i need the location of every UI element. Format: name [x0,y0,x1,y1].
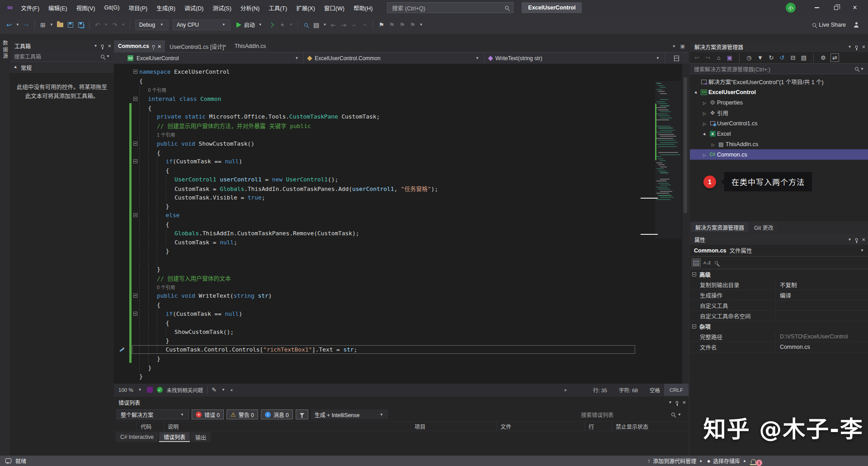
chevron-down-icon[interactable]: ▼ [15,23,20,27]
property-row-4[interactable]: 自定义工具命名空间 [690,311,868,321]
code-line-19[interactable]: Globals.ThisAddIn.CustomTaskPanes.Remove… [114,228,689,238]
code-line-3[interactable]: 0 个引用 [114,86,689,95]
solution-explorer-sync-icon[interactable]: ▤ [312,19,321,30]
menu-item-5[interactable]: 生成(B) [152,0,180,15]
code-line-29[interactable]: { [114,318,689,327]
refresh-icon[interactable]: ↻ [768,54,775,61]
code-line-11[interactable]: if(CustomTask == null) [114,157,689,166]
hot-reload-icon[interactable]: ✦ [278,19,287,30]
sync-with-active-document-icon[interactable]: ↺ [778,54,786,61]
collapse-all-icon[interactable]: ⊟ [789,54,797,61]
column-indicator[interactable]: 字符: 68 [619,386,638,394]
tree-item-5[interactable]: ▼XExcel [690,128,868,139]
chevron-down-icon[interactable]: ▼ [848,45,851,49]
categorized-icon[interactable] [693,260,699,266]
quick-search-box[interactable]: 搜索 (Ctrl+Q) [387,2,514,13]
code-line-24[interactable]: // 创建写入用户窗体的文本 [114,273,689,282]
property-row-1[interactable]: 复制到输出目录不复制 [690,280,868,290]
fold-collapse-icon[interactable] [133,97,137,101]
toggle-bookmark-icon[interactable]: ⚑ [377,19,386,30]
select-repository-button[interactable]: ◆ 选择存储库 ▲ [707,457,746,465]
save-all-icon[interactable] [76,19,85,30]
menu-item-10[interactable]: 扩展(X) [292,0,320,15]
undo-icon[interactable]: ↶ [93,19,102,30]
properties-icon[interactable]: ⚙ [820,54,827,61]
close-icon[interactable]: × [862,236,865,243]
scroll-left-icon[interactable]: ◂ [230,387,232,392]
panel-tab-0[interactable]: C# Interactive [116,432,158,442]
chevron-down-icon[interactable]: ▼ [121,23,126,27]
code-line-17[interactable]: else [114,211,689,220]
eol-indicator[interactable]: CRLF [664,384,689,396]
analyzer-icon[interactable] [147,387,153,393]
preview-selected-items-icon[interactable]: ⇄ [830,53,839,62]
column-header-3[interactable]: 文件 [496,422,585,431]
fold-collapse-icon[interactable] [133,213,137,217]
space-indicator[interactable]: 空格 [650,386,660,394]
property-row-3[interactable]: 自定义工具 [690,300,868,311]
code-line-20[interactable]: CustomTask = null; [114,238,689,247]
properties-object-selector[interactable]: Common.cs 文件属性 ▼ [690,245,868,257]
float-window-icon[interactable]: ▣ [680,43,685,49]
property-row-7[interactable]: 文件名Common.cs [690,342,868,352]
alphabetical-sort-icon[interactable]: A↓Z [703,261,711,265]
code-line-8[interactable]: 1 个引用 [114,130,689,139]
nav-forward-icon[interactable]: ↪ [704,54,712,61]
data-sources-vertical-tab[interactable]: 数据源 [1,40,9,60]
chevron-down-icon[interactable]: ▼ [671,44,677,48]
close-icon[interactable]: × [158,43,161,50]
menu-item-4[interactable]: 项目(P) [124,0,152,15]
column-header-5[interactable]: 禁止显示状态 [612,422,689,431]
prev-bookmark-icon[interactable]: ⚑ [387,19,396,30]
code-line-9[interactable]: public void ShowCustomTask() [114,139,689,148]
solution-configurations-select[interactable]: Debug▼ [135,19,169,30]
start-without-debugging-icon[interactable] [268,19,277,30]
collapsed-arrow-icon[interactable]: ▷ [710,141,717,147]
minimap[interactable] [655,81,681,238]
code-line-7[interactable]: // 创建显示用户窗体的方法，并对外暴露 关键字 public [114,121,689,130]
code-line-18[interactable]: { [114,220,689,229]
fold-collapse-icon[interactable] [133,294,137,298]
redo-icon[interactable]: ↷ [110,19,119,30]
menu-item-2[interactable]: 视图(V) [72,0,100,15]
filter-warnings-button[interactable]: ⚠警告 0 [226,409,258,419]
code-line-current[interactable]: CustomTask.Control.Controls["richTextBox… [114,345,689,354]
close-icon[interactable]: × [108,43,111,49]
find-in-files-icon[interactable] [302,19,311,30]
pin-icon[interactable] [101,45,104,47]
code-line-4[interactable]: internal class Common [114,94,689,103]
show-all-files-icon[interactable]: ▤ [800,54,807,61]
code-line-23[interactable]: } [114,265,689,274]
chevron-down-icon[interactable]: ▼ [104,23,109,27]
fold-collapse-icon[interactable] [133,70,137,74]
expanded-arrow-icon[interactable]: ▼ [701,131,708,137]
indent-decrease-icon[interactable]: ⇤ [329,19,338,30]
navbar-dropdown-2[interactable]: WriteText(string str)▼ [485,52,665,64]
menu-item-12[interactable]: 帮助(H) [349,0,377,15]
next-bookmark-icon[interactable]: ⚑ [397,19,406,30]
quick-actions-screwdriver-icon[interactable] [119,347,124,352]
start-debug-button[interactable]: 启动▼ [233,19,266,30]
code-line-1[interactable]: namespace ExcelUserControl [114,67,689,76]
pin-icon[interactable] [152,45,155,48]
pending-changes-filter-icon[interactable]: ◷ [745,54,753,61]
menu-item-9[interactable]: 工具(T) [264,0,292,15]
health-status-text[interactable]: 未找到相关问题 [167,386,203,394]
code-line-30[interactable]: ShowCustomTask(); [114,327,689,336]
column-header-2[interactable]: 项目 [410,422,496,431]
code-line-25[interactable]: 0 个引用 [114,282,689,291]
code-line-15[interactable]: CustomTask.Visible = true; [114,193,689,202]
live-share-button[interactable]: Live Share [808,22,850,28]
save-icon[interactable] [66,19,75,30]
close-icon[interactable]: × [862,43,865,50]
nav-back-icon[interactable]: ↩ [5,19,14,30]
menu-item-6[interactable]: 调试(D) [180,0,208,15]
menu-item-7[interactable]: 测试(S) [208,0,236,15]
pin-icon[interactable] [855,46,858,48]
tree-item-0[interactable]: 解决方案"ExcelUserControl"(1 个项目/共 1 个) [690,76,868,87]
open-file-icon[interactable] [56,19,65,30]
line-indicator[interactable]: 行: 35 [593,386,607,394]
solution-explorer-search-box[interactable]: 搜索解决方案资源管理器(Ctrl+;) ▼ [690,64,868,74]
vertical-scrollbar[interactable] [682,64,689,384]
code-line-16[interactable]: } [114,202,689,211]
